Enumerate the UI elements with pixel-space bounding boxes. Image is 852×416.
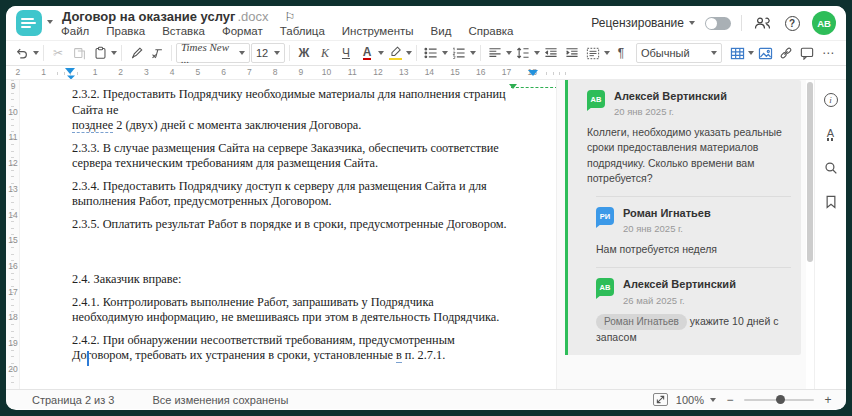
mention-pill[interactable]: Роман Игнатьев [596,314,687,331]
decrease-indent-button[interactable] [541,42,561,64]
flag-icon[interactable]: ⚐ [285,10,296,24]
menu-item[interactable]: Инструменты [342,25,414,37]
spellcheck-icon[interactable]: А [821,124,841,144]
menu-item[interactable]: Файл [61,25,89,37]
increase-indent-button[interactable] [562,42,582,64]
document-title: Договор на оказание услуг.docx ⚐ [62,9,295,24]
toolbar: ✂ Times New ... 12 Ж К Ч А [6,40,846,66]
line-spacing-caret-icon[interactable] [534,51,540,55]
align-left-button[interactable] [485,42,505,64]
paragraph-settings-caret-icon[interactable] [604,51,610,55]
ruler-number: 11 [6,125,20,151]
user-avatar[interactable]: АВ [812,11,836,35]
bullet-list-button[interactable] [421,42,441,64]
paragraph-2-4[interactable]: 2.4. Заказчик вправе: [72,272,508,288]
menu-item[interactable]: Справка [468,25,513,37]
comment-separator [596,196,791,197]
line-spacing-button[interactable] [513,42,533,64]
vertical-scrollbar[interactable] [807,82,813,262]
menu-item[interactable]: Таблица [280,25,325,37]
clear-formatting-button[interactable] [147,42,167,64]
search-icon[interactable] [821,158,841,178]
numbered-list-caret-icon[interactable] [470,51,476,55]
horizontal-ruler[interactable]: 21123456789101112131415161718 [6,66,846,80]
insert-image-button[interactable] [755,42,775,64]
insert-table-caret-icon[interactable] [748,51,754,55]
menu-item[interactable]: Вид [431,25,452,37]
comment-anchor-word[interactable]: позднее [72,118,113,133]
paragraph-2-4-2[interactable]: 2.4.2. При обнаружении несоответствий тр… [72,333,508,364]
insert-comment-button[interactable] [797,42,817,64]
zoom-level-select[interactable]: 100% [676,394,716,406]
comment-1-date: 20 янв 2025 г. [614,106,727,117]
paragraph-2-3-2[interactable]: 2.3.2. Предоставить Подрядчику необходим… [72,87,508,134]
ruler-number: 15 [6,228,20,254]
toolbar-separator [121,45,122,61]
zoom-slider-handle[interactable] [776,395,785,404]
format-painter-button[interactable] [126,42,146,64]
bullet-list-caret-icon[interactable] [442,51,448,55]
bold-button[interactable]: Ж [294,42,314,64]
comment-thread[interactable]: АВ Алексей Вертинский 20 янв 2025 г. Кол… [565,80,801,355]
insert-link-button[interactable] [776,42,796,64]
about-info-icon[interactable]: i [821,90,841,110]
review-mode-dropdown[interactable]: Рецензирование [591,16,695,30]
paragraph-style-select[interactable]: Обычный [636,43,722,63]
paste-button[interactable] [90,42,110,64]
ruler-number: 7 [236,67,262,77]
undo-button[interactable] [12,42,32,64]
app-logo-menu-button[interactable] [16,10,42,36]
ruler-number: 13 [391,67,417,77]
highlight-color-caret-icon[interactable] [406,51,412,55]
cut-button[interactable]: ✂ [48,42,68,64]
zoom-out-button[interactable]: − [724,393,736,407]
numbered-list-button[interactable] [449,42,469,64]
zoom-in-button[interactable]: + [822,393,834,407]
ruler-number: 2 [6,67,31,77]
logo-dropdown-caret-icon[interactable] [47,20,53,24]
ruler-number: 14 [6,203,20,229]
menu-bar: ФайлПравкаВставкаФорматТаблицаИнструмент… [61,25,514,37]
page-indicator[interactable]: Страница 2 из 3 [32,394,114,406]
highlight-color-button[interactable] [385,42,405,64]
bookmark-icon[interactable] [821,192,841,212]
insert-table-button[interactable] [727,42,747,64]
paste-dropdown-caret-icon[interactable] [111,51,117,55]
review-toggle[interactable] [705,17,731,30]
paragraph-2-4-1[interactable]: 2.4.1. Контролировать выполнение Работ, … [72,295,508,326]
undo-dropdown-caret-icon[interactable] [33,51,39,55]
font-family-select[interactable]: Times New ... [176,43,250,63]
menu-item[interactable]: Формат [222,25,263,37]
ruler-number: 5 [185,67,211,77]
document-page[interactable]: 2.3.2. Предоставить Подрядчику необходим… [21,80,556,389]
fit-width-button[interactable] [653,393,668,406]
font-color-button[interactable]: А [357,42,377,64]
comments-panel: АВ Алексей Вертинский 20 янв 2025 г. Кол… [556,80,806,389]
menu-item[interactable]: Вставка [162,25,205,37]
first-line-indent-marker[interactable] [65,68,75,74]
right-indent-marker[interactable] [528,70,538,76]
vertical-ruler-numbers: 91011121314151617181920 [6,80,20,383]
paragraph-2-3-4[interactable]: 2.3.4. Предоставить Подрядчику доступ к … [72,179,508,210]
vertical-ruler[interactable]: 91011121314151617181920 [6,80,20,389]
font-color-caret-icon[interactable] [378,51,384,55]
document-extension: .docx [237,9,268,24]
italic-button[interactable]: К [315,42,335,64]
font-size-select[interactable]: 12 [251,43,285,63]
help-icon[interactable]: ? [782,13,802,33]
show-marks-button[interactable]: ¶ [611,42,631,64]
paragraph-settings-button[interactable] [583,42,603,64]
comment-1: АВ Алексей Вертинский 20 янв 2025 г. [587,90,791,117]
zoom-slider[interactable] [744,399,814,401]
menu-item[interactable]: Правка [106,25,145,37]
paragraph-2-3-5[interactable]: 2.3.5. Оплатить результат Работ в порядк… [72,217,508,233]
document-text[interactable]: 2.3.2. Предоставить Подрядчику необходим… [21,80,532,364]
ruler-number: 12 [365,67,391,77]
underline-button[interactable]: Ч [336,42,356,64]
paragraph-2-3-3[interactable]: 2.3.3. В случае размещения Сайта на серв… [72,141,508,172]
collaboration-users-icon[interactable] [752,13,772,33]
align-caret-icon[interactable] [506,51,512,55]
more-tools-button[interactable]: ⋯ [818,42,838,64]
copy-button[interactable] [69,42,89,64]
left-indent-marker[interactable] [67,76,75,80]
